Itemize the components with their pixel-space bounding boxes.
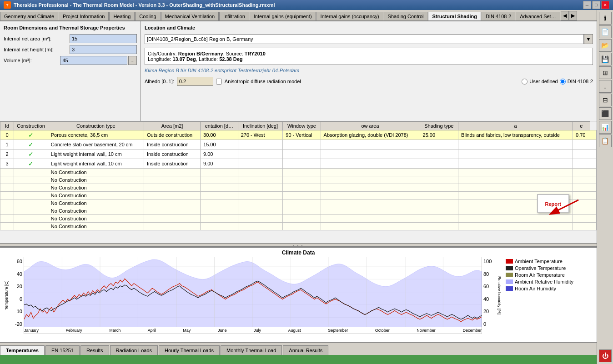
table-row[interactable]: No Construction bbox=[0, 184, 597, 192]
status-bar bbox=[0, 355, 597, 364]
power-button[interactable]: ⏻ bbox=[599, 349, 612, 362]
cell-area bbox=[201, 176, 238, 184]
close-button[interactable]: ✕ bbox=[601, 1, 609, 9]
download-button[interactable]: ↓ bbox=[599, 80, 612, 93]
cell-id bbox=[0, 215, 14, 223]
cell-construction: No Construction bbox=[48, 184, 144, 192]
right-panel: Location and Climate ▼ City/Country: Reg… bbox=[141, 21, 597, 121]
cell-shading-type bbox=[458, 169, 573, 176]
cell-id bbox=[0, 169, 14, 176]
cell-id: 1 bbox=[0, 140, 14, 150]
cell-construction: No Construction bbox=[48, 192, 144, 199]
bottom-tab-en-15251[interactable]: EN 15251 bbox=[45, 345, 80, 355]
open-button[interactable]: 📂 bbox=[599, 39, 612, 52]
tab-shading-control[interactable]: Shading Control bbox=[384, 12, 428, 20]
cell-check bbox=[14, 184, 48, 192]
constructions-table: IdConstructionConstruction typeArea [m2]… bbox=[0, 121, 597, 230]
info-button[interactable]: ℹ bbox=[599, 12, 612, 25]
tab-project-information[interactable]: Project Information bbox=[59, 12, 109, 20]
user-defined-radio[interactable] bbox=[522, 79, 528, 85]
save-button[interactable]: 💾 bbox=[599, 53, 612, 65]
cell-type bbox=[144, 199, 200, 207]
volume-btn[interactable]: ... bbox=[128, 56, 137, 65]
tab-heating[interactable]: Heating bbox=[109, 12, 135, 20]
chart-button[interactable]: 📊 bbox=[599, 121, 612, 134]
tab-scroll-left[interactable]: ◀ bbox=[561, 11, 569, 20]
form-input-0[interactable] bbox=[70, 34, 137, 43]
new-button[interactable]: 📄 bbox=[599, 25, 612, 38]
table-row[interactable]: No Construction bbox=[0, 199, 597, 207]
cell-win-area: 25.00 bbox=[420, 130, 458, 140]
col-header: Area [m2] bbox=[144, 122, 200, 130]
table-button[interactable]: ⊟ bbox=[599, 94, 612, 106]
form-input-2[interactable] bbox=[60, 56, 127, 65]
legend-item: Ambient Temperature bbox=[506, 259, 593, 264]
cell-e bbox=[590, 223, 596, 230]
cell-area bbox=[201, 215, 238, 223]
table-row[interactable]: 1✓Concrete slab over basement, 20 cmInsi… bbox=[0, 140, 597, 150]
bottom-tab-results[interactable]: Results bbox=[80, 345, 109, 355]
cell-construction: No Construction bbox=[48, 176, 144, 184]
table-row[interactable]: No Construction bbox=[0, 223, 597, 230]
report-button[interactable]: 📋 bbox=[599, 135, 612, 147]
tab-internal-gains-(equipment)[interactable]: Internal gains (equipment) bbox=[250, 12, 316, 20]
cell-check bbox=[14, 223, 48, 230]
form-input-1[interactable] bbox=[70, 45, 137, 54]
svg-line-0 bbox=[551, 200, 578, 214]
bottom-tab-monthly-thermal-load[interactable]: Monthly Thermal Load bbox=[221, 345, 282, 355]
tab-advanced-set…[interactable]: Advanced Set… bbox=[516, 12, 560, 20]
splitter[interactable]: • • • bbox=[0, 243, 597, 247]
cell-incl bbox=[283, 215, 321, 223]
anisotropic-label: Anisotropic diffuse radiation model bbox=[225, 79, 301, 84]
tab-structural-shading[interactable]: Structural Shading bbox=[428, 12, 481, 21]
x-axis-label: June bbox=[218, 328, 227, 333]
climate-info-box: City/Country: Region B/Germany, Source: … bbox=[145, 48, 593, 65]
cell-construction: Light weight internal wall, 10 cm bbox=[48, 150, 144, 159]
window-controls: ─ □ ✕ bbox=[583, 1, 609, 9]
x-axis-label: January bbox=[24, 328, 39, 333]
table-container[interactable]: IdConstructionConstruction typeArea [m2]… bbox=[0, 121, 597, 243]
table-row[interactable]: No Construction bbox=[0, 192, 597, 199]
tab-infiltration[interactable]: Infiltration bbox=[219, 12, 249, 20]
minimize-button[interactable]: ─ bbox=[583, 1, 591, 9]
cell-check: ✓ bbox=[14, 159, 48, 169]
table-row[interactable]: 2✓Light weight internal wall, 10 cmInsid… bbox=[0, 150, 597, 159]
table-row[interactable]: No Construction bbox=[0, 207, 597, 215]
din4108-radio[interactable] bbox=[560, 79, 566, 85]
bottom-tab-radiation-loads[interactable]: Radiation Loads bbox=[110, 345, 158, 355]
tab-bar: Geometry and ClimateProject InformationH… bbox=[0, 10, 597, 21]
table-row[interactable]: No Construction bbox=[0, 176, 597, 184]
albedo-input[interactable] bbox=[177, 77, 213, 86]
col-header: Window type bbox=[283, 122, 321, 130]
anisotropic-checkbox[interactable] bbox=[216, 79, 222, 85]
climate-dropdown-arrow[interactable]: ▼ bbox=[584, 34, 593, 44]
tab-din-4108-2[interactable]: DIN 4108-2 bbox=[482, 12, 515, 20]
tab-mechanical-ventilation[interactable]: Mechanical Ventilation bbox=[161, 12, 219, 20]
cell-window-type bbox=[321, 176, 420, 184]
tab-scroll-right[interactable]: ▶ bbox=[569, 11, 577, 20]
tab-internal-gains-(occupancy)[interactable]: Internal gains (occupancy) bbox=[317, 12, 383, 20]
climate-dropdown[interactable] bbox=[145, 34, 584, 44]
y-axis-left-label: Temperature [C] bbox=[2, 257, 11, 334]
table-row[interactable]: No Construction bbox=[0, 215, 597, 223]
bottom-tab-hourly-thermal-loads[interactable]: Hourly Thermal Loads bbox=[159, 345, 220, 355]
maximize-button[interactable]: □ bbox=[592, 1, 600, 9]
cell-id bbox=[0, 207, 14, 215]
radiation-model-group: User defined DIN 4108-2 bbox=[522, 79, 593, 85]
cell-incl bbox=[283, 176, 321, 184]
bottom-tab-annual-results[interactable]: Annual Results bbox=[283, 345, 328, 355]
bottom-tab-temperatures[interactable]: Temperatures bbox=[0, 345, 45, 355]
cell-construction: Concrete slab over basement, 20 cm bbox=[48, 140, 144, 150]
report-arrow bbox=[547, 198, 583, 216]
calculator-button[interactable]: ⊞ bbox=[599, 66, 612, 79]
table-row[interactable]: 0✓Porous concrete, 36,5 cmOutside constr… bbox=[0, 130, 597, 140]
table-row[interactable]: No Construction bbox=[0, 169, 597, 176]
inner-content: Room Dimensions and Thermal Storage Prop… bbox=[0, 21, 597, 364]
tab-geometry-and-climate[interactable]: Geometry and Climate bbox=[0, 12, 58, 20]
col-header: a bbox=[458, 122, 573, 130]
tab-cooling[interactable]: Cooling bbox=[135, 12, 160, 20]
material-button[interactable]: ⬛ bbox=[599, 107, 612, 120]
table-row[interactable]: 3✓Light weight internal wall, 10 cmInsid… bbox=[0, 159, 597, 169]
cell-check bbox=[14, 199, 48, 207]
cell-win-area bbox=[420, 207, 458, 215]
